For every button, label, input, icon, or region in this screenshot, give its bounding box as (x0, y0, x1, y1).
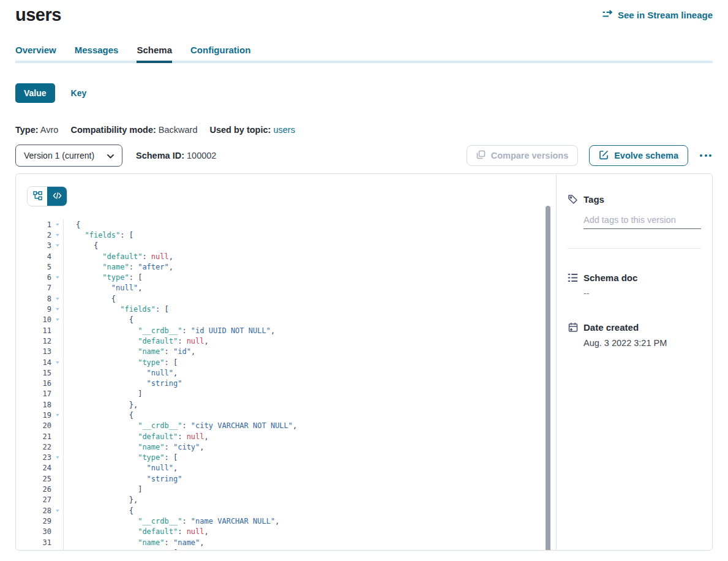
sidebar-divider (568, 248, 701, 249)
code-text: "__crdb__": "id UUID NOT NULL", (64, 326, 275, 335)
code-line: 31 "name": "name", (27, 537, 556, 548)
used-by-topic-field: Used by topic: users (209, 125, 295, 135)
fold-toggle-icon[interactable] (56, 318, 59, 321)
fold-toggle-icon[interactable] (56, 308, 59, 311)
code-text: "string" (64, 379, 182, 388)
tab-configuration[interactable]: Configuration (190, 45, 250, 63)
code-view-button[interactable] (47, 187, 67, 206)
code-text: { (64, 241, 98, 250)
line-number: 1 (27, 220, 51, 229)
value-toggle-button[interactable]: Value (15, 83, 55, 103)
code-line: 21 "default": null, (27, 431, 556, 442)
code-line: 27 }, (27, 495, 556, 505)
code-line: 19 { (27, 410, 556, 420)
fold-toggle-icon[interactable] (56, 234, 59, 236)
more-options-icon (700, 154, 702, 157)
code-text: { (64, 220, 80, 229)
code-text: "type": [ (64, 549, 178, 550)
gutter (51, 357, 64, 367)
topic-link[interactable]: users (273, 125, 295, 135)
code-line: 2 "fields": [ (27, 230, 556, 240)
code-text: "default": null, (64, 527, 209, 536)
gutter (51, 473, 64, 484)
line-number: 2 (27, 231, 51, 239)
tab-messages[interactable]: Messages (75, 45, 119, 63)
add-tags-input[interactable] (584, 214, 701, 229)
code-text: { (64, 295, 116, 303)
tab-rail (15, 61, 713, 63)
line-number: 6 (27, 273, 51, 282)
type-field: Type: Avro (15, 125, 58, 135)
tab-overview[interactable]: Overview (15, 45, 56, 63)
used-by-topic-label: Used by topic: (209, 125, 271, 135)
tree-view-icon (33, 191, 42, 202)
code-line: 9 "fields": [ (27, 304, 556, 314)
tree-view-button[interactable] (28, 187, 47, 206)
gutter (51, 241, 64, 251)
gutter (51, 367, 64, 378)
line-number: 18 (27, 401, 51, 409)
gutter (51, 548, 64, 550)
code-text: { (64, 411, 133, 420)
fold-toggle-icon[interactable] (56, 276, 59, 279)
code-text: "default": null, (64, 252, 173, 261)
line-number: 20 (27, 421, 51, 430)
code-line: 4 "default": null, (27, 251, 556, 262)
code-scrollbar[interactable] (546, 206, 550, 550)
schema-doc-header: Schema doc (568, 273, 701, 283)
evolve-schema-button[interactable]: Evolve schema (589, 145, 688, 166)
type-value: Avro (40, 125, 59, 135)
code-view-icon (53, 192, 62, 201)
tags-section-header: Tags (568, 194, 701, 205)
fold-toggle-icon[interactable] (56, 244, 59, 247)
code-line: 28 { (27, 505, 556, 516)
page-header: users See in Stream lineage (15, 0, 713, 25)
compare-versions-label: Compare versions (491, 151, 569, 160)
code-text: "name": "after", (64, 263, 173, 271)
more-options-button[interactable] (699, 151, 713, 160)
line-number: 24 (27, 464, 51, 472)
line-number: 9 (27, 305, 51, 314)
fold-toggle-icon[interactable] (56, 510, 59, 512)
code-line: 14 "type": [ (27, 357, 556, 367)
gutter (51, 463, 64, 473)
code-text: { (64, 315, 133, 324)
code-text: "null", (64, 369, 178, 377)
fold-toggle-icon[interactable] (56, 361, 59, 364)
fold-toggle-icon[interactable] (56, 414, 59, 416)
code-text: ] (64, 390, 142, 398)
code-line: 25 "string" (27, 473, 556, 484)
code-line: 13 "name": "id", (27, 347, 556, 357)
code-line: 6 "type": [ (27, 272, 556, 282)
code-text: "type": [ (64, 273, 142, 282)
stream-lineage-link[interactable]: See in Stream lineage (602, 10, 713, 20)
value-key-toggle: Value Key (15, 83, 713, 103)
compare-versions-button[interactable]: Compare versions (467, 145, 579, 166)
code-lines: 1{2 "fields": [3 {4 "default": null,5 "n… (27, 219, 556, 550)
line-number: 5 (27, 263, 51, 271)
fold-toggle-icon[interactable] (56, 456, 59, 459)
code-text: "name": "name", (64, 538, 205, 547)
fold-toggle-icon[interactable] (56, 224, 59, 226)
code-text: "__crdb__": "name VARCHAR NULL", (64, 517, 279, 525)
code-text: { (64, 506, 133, 515)
tab-bar: Overview Messages Schema Configuration (15, 45, 713, 63)
code-text: "default": null, (64, 337, 209, 345)
line-number: 28 (27, 506, 51, 515)
date-created-section: Date created Aug. 3 2022 3:21 PM (568, 322, 701, 348)
gutter (51, 272, 64, 282)
key-toggle-link[interactable]: Key (71, 88, 87, 98)
code-text: "fields": [ (64, 305, 169, 314)
code-line: 23 "type": [ (27, 453, 556, 463)
gutter (51, 293, 64, 304)
line-number: 29 (27, 517, 51, 525)
version-select-value: Version 1 (current) (24, 151, 94, 160)
schema-meta-row: Type: Avro Compatibility mode: Backward … (15, 125, 713, 135)
fold-toggle-icon[interactable] (56, 298, 59, 300)
stream-lineage-icon (602, 10, 613, 20)
code-line: 16 "string" (27, 378, 556, 388)
version-select[interactable]: Version 1 (current) (15, 145, 122, 167)
tab-schema[interactable]: Schema (137, 45, 172, 63)
details-sidebar: Tags Schema doc -- (556, 174, 712, 550)
schema-id-value: 100002 (187, 151, 216, 160)
